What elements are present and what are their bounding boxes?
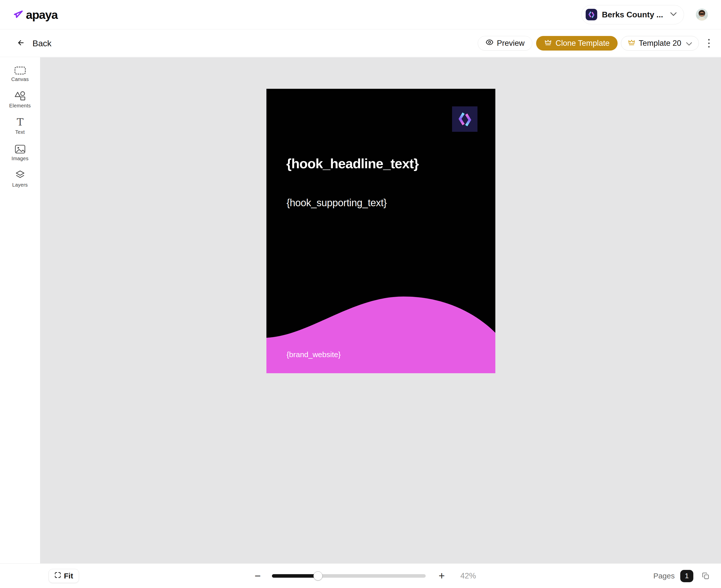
canvas-icon bbox=[15, 63, 26, 75]
sidebar-item-text[interactable]: T Text bbox=[0, 116, 40, 143]
zoom-slider[interactable] bbox=[272, 574, 426, 578]
sidebar-item-elements[interactable]: Elements bbox=[0, 90, 40, 116]
clone-template-button[interactable]: Clone Template bbox=[536, 36, 618, 50]
tools-sidebar: Canvas Elements T Text Images bbox=[0, 57, 40, 563]
app-header: apaya Berks County ... bbox=[0, 0, 721, 29]
layers-icon bbox=[15, 169, 26, 180]
zoom-slider-fill bbox=[272, 574, 318, 578]
supporting-text-placeholder[interactable]: {hook_supporting_text} bbox=[287, 197, 387, 209]
bottom-bar: Fit − + 42% Pages 1 bbox=[0, 563, 721, 588]
workspace-logo-icon bbox=[586, 9, 597, 20]
duplicate-page-button[interactable] bbox=[702, 572, 709, 580]
arrow-left-icon bbox=[17, 39, 25, 48]
back-button[interactable]: Back bbox=[17, 39, 52, 48]
clone-template-label: Clone Template bbox=[555, 39, 610, 48]
fit-label: Fit bbox=[64, 572, 73, 580]
brand-website-placeholder[interactable]: {brand_website} bbox=[287, 350, 341, 359]
more-options-button[interactable] bbox=[704, 36, 714, 50]
zoom-out-button[interactable]: − bbox=[254, 571, 261, 581]
design-card[interactable]: {hook_headline_text} {hook_supporting_te… bbox=[266, 89, 495, 373]
sidebar-item-images[interactable]: Images bbox=[0, 143, 40, 169]
card-brand-logo[interactable] bbox=[452, 106, 477, 132]
svg-text:T: T bbox=[17, 117, 23, 127]
crown-icon bbox=[628, 39, 636, 48]
sidebar-item-layers[interactable]: Layers bbox=[0, 169, 40, 195]
text-icon: T bbox=[15, 116, 25, 127]
eye-icon bbox=[486, 38, 494, 48]
editor-toolbar: Back Preview Clone Template bbox=[0, 30, 721, 57]
image-icon bbox=[15, 143, 25, 154]
editor-canvas[interactable]: {hook_headline_text} {hook_supporting_te… bbox=[40, 57, 721, 563]
template-selector[interactable]: Template 20 bbox=[621, 36, 699, 50]
sidebar-item-canvas[interactable]: Canvas bbox=[0, 63, 40, 90]
preview-label: Preview bbox=[497, 39, 524, 48]
template-label: Template 20 bbox=[639, 39, 681, 48]
headline-placeholder[interactable]: {hook_headline_text} bbox=[286, 156, 419, 171]
shapes-icon bbox=[15, 90, 26, 101]
zoom-percentage: 42% bbox=[460, 571, 480, 581]
pages-controls: Pages 1 bbox=[653, 564, 709, 588]
workspace-selector[interactable]: Berks County ... bbox=[581, 5, 684, 24]
user-avatar[interactable] bbox=[696, 8, 708, 21]
zoom-controls: − + 42% bbox=[254, 564, 480, 588]
pages-label: Pages bbox=[653, 572, 675, 580]
zoom-slider-thumb[interactable] bbox=[313, 571, 323, 581]
preview-button[interactable]: Preview bbox=[478, 36, 532, 50]
fit-button[interactable]: Fit bbox=[48, 569, 79, 583]
page-count-badge[interactable]: 1 bbox=[680, 570, 693, 582]
brand-logo[interactable]: apaya bbox=[13, 8, 58, 22]
crown-icon bbox=[544, 39, 552, 48]
maximize-icon bbox=[54, 572, 61, 580]
apaya-logo-icon bbox=[13, 9, 24, 20]
back-label: Back bbox=[33, 39, 52, 48]
workspace-name: Berks County ... bbox=[602, 10, 663, 19]
chevron-down-icon bbox=[670, 12, 677, 17]
zoom-in-button[interactable]: + bbox=[439, 571, 445, 581]
brand-name: apaya bbox=[26, 8, 58, 22]
chevron-down-icon bbox=[686, 39, 692, 48]
